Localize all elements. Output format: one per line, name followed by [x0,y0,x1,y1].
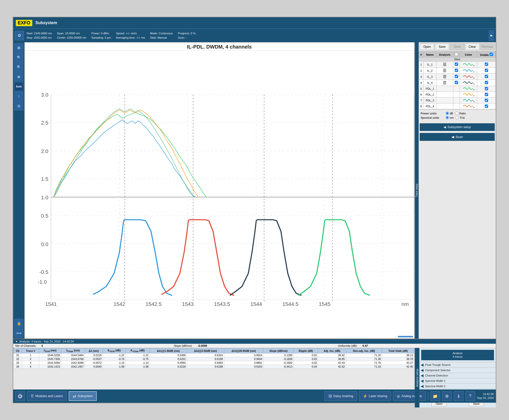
trace-num-3: 3 [419,74,423,80]
analysis-all-checkbox[interactable] [455,53,458,56]
power-db-option[interactable]: dB [446,112,453,115]
sidebar-cursor-icon[interactable]: ↕ [14,92,23,101]
analog-outputs-button[interactable]: ◎ Analog outputs [393,391,426,401]
trace-analysis-icon-8 [436,103,453,109]
spectral-width-2-row[interactable]: ◀ Spectral Width 2 [419,384,496,389]
sidebar-zoom-in-icon[interactable]: 🔍 [14,53,23,62]
help-button[interactable]: ? [465,391,475,401]
status-bar: ⚙ Start: 1545.0000 nm Stop: 1555.0000 nm… [13,28,496,42]
trace-analysis-icon-2[interactable]: ☰ [436,68,453,74]
svg-text:0.0: 0.0 [41,241,48,247]
store-trace-button[interactable]: Store [450,43,464,50]
spectral-units-label: Spectral units [421,116,444,119]
sidebar-search-icon[interactable]: ⊕ [14,72,23,81]
modules-icon: ⠿ [31,394,34,399]
expand-arrow-button[interactable]: ▶ [489,30,494,41]
trace-analysis-icon-6 [436,92,453,98]
settings-button[interactable]: ⚙ [15,31,24,40]
trace-analysis-icon-3[interactable]: ☰ [436,74,453,80]
analysis-toggle-icon[interactable]: ▼ [15,340,18,343]
trace-visible-7[interactable] [477,98,496,103]
trace-analysis-check-3[interactable] [453,74,460,80]
folder-button[interactable]: 📁 [430,391,440,401]
subsystem-button[interactable]: ⇄ Subsystem [69,391,97,401]
sidebar-zoom-out-icon[interactable]: 🔍 [14,63,23,72]
chart-canvas[interactable]: 3.0 2.5 2.0 1.5 1.0 0.5 0.0 -0.5 -1.0 15… [25,51,414,338]
trace-visible-4[interactable] [477,80,496,86]
sidebar-zoom-fit-icon[interactable]: ⊞ [14,43,23,52]
power-ratio-option[interactable]: Ratio [455,112,466,115]
trace-name-4: IL_4 [423,80,436,86]
clear-trace-button[interactable]: Clear [465,43,479,50]
remove-trace-button[interactable]: Remove [480,43,494,50]
trace-visible-3[interactable] [477,74,496,80]
trace-visible-6[interactable] [477,92,496,98]
sidebar-arrows-icon[interactable]: ⟺ [14,328,23,338]
subsystem-setup-button[interactable]: ◀ Subsystem setup [420,123,495,131]
spectral-width-1-chevron-icon: ◀ [421,379,423,383]
analysis-header: ▼ Analysis: 4 traces - Sep 24, 2020 - 14… [13,339,496,344]
trace-color-6[interactable]: ∨ [460,92,477,98]
visible-all-checkbox[interactable] [490,53,493,56]
open-trace-button[interactable]: Open [420,43,434,50]
component-selector-label: Component Selector [425,369,450,372]
time-value: 14:42:28 [477,392,494,396]
svg-text:2.5: 2.5 [41,120,48,126]
trace-color-2[interactable]: ∨ [460,68,477,74]
trace-analysis-icon-1[interactable]: ☰ [436,62,453,68]
trace-color-5[interactable]: ∨ [460,86,477,92]
th-dl: Δλ (nm) [85,348,103,353]
trace-row-3: 3 IL_3 ☰ ∨ [419,74,496,80]
trace-color-3[interactable]: ∨ [460,74,477,80]
peak-trough-search-row[interactable]: ◀ Peak Trough Search [419,362,496,368]
th-xtalk: Total Xtalk (dB) [382,348,414,353]
laser-sharing-button[interactable]: ⚡ Laser sharing [359,391,391,401]
trace-color-7[interactable]: ∨ [460,98,477,103]
analyze-button[interactable]: Analyze4 traces [421,350,494,360]
trace-visible-5[interactable] [477,86,496,92]
sidebar-lock-icon[interactable]: 🔒 [14,319,23,328]
channel-detection-row[interactable]: ◀ Channel Detection [419,373,496,378]
gear-settings-button[interactable]: ⚙ [442,391,452,401]
trace-visible-1[interactable] [477,62,496,68]
spectral-units-radio: nm THz [446,116,465,119]
col-num: # [419,52,423,57]
svg-text:1.0: 1.0 [41,194,48,200]
trace-color-8[interactable]: ∨ [460,103,477,109]
daisy-chaining-button[interactable]: ⛓ Daisy chaining [324,391,357,401]
trace-visible-2[interactable] [477,68,496,74]
trace-name-1: IL_1 [423,62,436,68]
analyze-button-area: Analyze4 traces [419,348,496,362]
status-progress-val: Progress: 0 % [178,31,195,36]
spectral-nm-option[interactable]: nm [446,116,454,119]
col-analysis-all[interactable] [453,52,460,57]
spectral-thz-option[interactable]: THz [456,116,465,119]
svg-text:1.5: 1.5 [41,176,48,182]
sidebar-auto-icon[interactable]: Auto [14,82,23,91]
status-start-mode: Start: Manual [150,36,173,40]
trace-analysis-check-1[interactable] [453,62,460,68]
trace-color-4[interactable]: ∨ [460,80,477,86]
info-button[interactable]: ℹ [454,391,463,401]
spectral-width-1-row[interactable]: ◀ Spectral Width 1 [419,378,496,384]
save-trace-button[interactable]: Save [435,43,449,50]
trace-analysis-check-4[interactable] [453,80,460,86]
sidebar-marker-icon[interactable]: ◎ [14,101,23,110]
right-panel: Trace setup Open Save Store Clear Remove [414,42,496,339]
main-area: ⊞ 🔍 🔍 ⊕ Auto ↕ ◎ 🔒 ⟺ IL-PDL. DWDM, 4 cha… [13,42,496,339]
scan-button[interactable]: ◀ Scan [420,133,495,141]
subsystem-taskbar-label: Subsystem [78,394,93,398]
power-button[interactable]: ⏻ [15,391,25,401]
laser-label: Laser sharing [369,394,387,398]
modules-lasers-button[interactable]: ⠿ Modules and Lasers [27,391,67,401]
trace-visible-8[interactable] [477,103,496,109]
status-sampling: Sampling: 5 pm [91,36,111,40]
th-dl2: Δλ2@3.00dB (nm) [187,348,224,353]
daisy-icon: ⛓ [328,394,332,398]
component-selector-row[interactable]: ◀ Component Selector [419,368,496,373]
trace-analysis-check-2[interactable] [453,68,460,74]
trace-analysis-icon-7 [436,98,453,103]
trace-color-1[interactable]: ∨ [460,62,477,68]
nbr-channels-label: Nbr of Channels: [15,344,36,347]
trace-analysis-icon-4[interactable]: ☰ [436,80,453,86]
